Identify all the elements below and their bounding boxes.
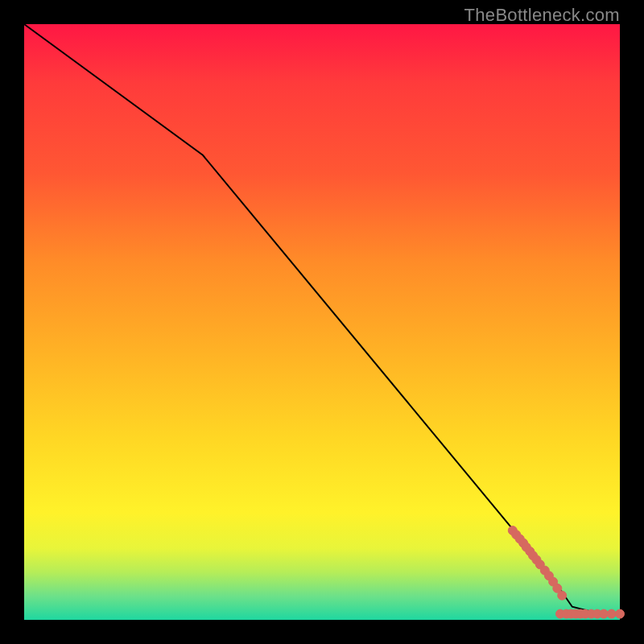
chart-container: TheBottleneck.com <box>0 0 644 644</box>
attribution-text: TheBottleneck.com <box>464 5 620 26</box>
data-point <box>558 591 567 600</box>
data-point <box>616 609 625 618</box>
data-point <box>607 609 616 618</box>
chart-svg <box>24 24 620 620</box>
bottleneck-curve <box>24 24 620 614</box>
plot-area <box>24 24 620 620</box>
scatter-points <box>508 526 624 619</box>
